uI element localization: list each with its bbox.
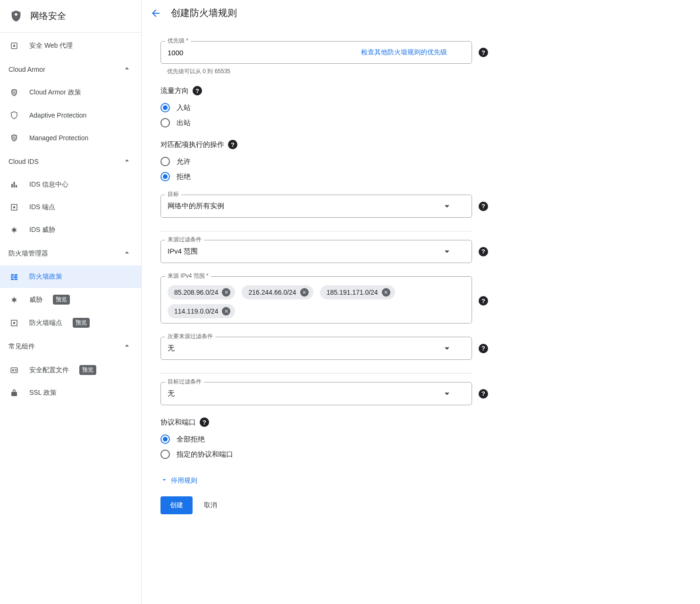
- ip-range-chip: 185.191.171.0/24✕: [320, 285, 395, 299]
- sidebar: 网络安全 安全 Web 代理 Cloud ArmorCloud Armor 政策…: [0, 0, 142, 604]
- direction-egress-radio[interactable]: 出站: [160, 115, 472, 130]
- source-filter-label: 来源过滤条件: [165, 236, 204, 244]
- secondary-filter-select[interactable]: 次要来源过滤条件 无: [160, 337, 472, 360]
- source-ranges-label: 来源 IPv4 范围 *: [165, 272, 211, 280]
- help-icon[interactable]: ?: [479, 296, 488, 306]
- group-header[interactable]: Cloud IDS: [0, 149, 141, 173]
- svg-point-6: [14, 207, 15, 208]
- help-icon[interactable]: ?: [228, 140, 237, 149]
- protocols-label: 协议和端口 ?: [160, 417, 472, 427]
- chevron-down-icon: [445, 392, 449, 395]
- action-allow-radio[interactable]: 允许: [160, 154, 472, 169]
- priority-input[interactable]: [168, 49, 357, 57]
- svg-rect-9: [15, 274, 17, 276]
- disable-rule-link[interactable]: 停用规则: [160, 476, 472, 485]
- priority-check-link[interactable]: 检查其他防火墙规则的优先级: [361, 48, 447, 57]
- svg-point-18: [12, 369, 14, 371]
- network-security-icon: [9, 9, 23, 23]
- direction-label: 流量方向 ?: [160, 86, 472, 95]
- svg-rect-12: [11, 279, 14, 280]
- sidebar-item-threats[interactable]: 威胁预览: [0, 288, 141, 311]
- chip-remove-icon[interactable]: ✕: [222, 288, 230, 297]
- chevron-down-icon: [445, 347, 449, 349]
- sidebar-item-label: 安全配置文件: [29, 366, 69, 374]
- target-select[interactable]: 目标 网络中的所有实例: [160, 195, 472, 218]
- create-button[interactable]: 创建: [160, 496, 193, 514]
- help-icon[interactable]: ?: [479, 247, 488, 256]
- chip-remove-icon[interactable]: ✕: [382, 288, 390, 297]
- chevron-down-icon: [445, 205, 449, 207]
- action-label: 对匹配项执行的操作 ?: [160, 140, 472, 149]
- page-title: 创建防火墙规则: [171, 7, 237, 19]
- radio-icon: [160, 157, 170, 166]
- ip-range-chip: 216.244.66.0/24✕: [242, 285, 313, 299]
- sidebar-item-adaptive-protection[interactable]: Adaptive Protection: [0, 104, 141, 127]
- bug-icon: [9, 225, 19, 235]
- target-field: 目标 网络中的所有实例 ?: [160, 195, 472, 218]
- svg-point-16: [14, 322, 15, 323]
- group-header[interactable]: Cloud Armor: [0, 57, 141, 81]
- sidebar-item-ids-dashboard[interactable]: IDS 信息中心: [0, 173, 141, 196]
- sidebar-item-ssl-policies[interactable]: SSL 政策: [0, 382, 141, 404]
- svg-rect-11: [14, 276, 17, 278]
- svg-point-1: [14, 45, 15, 47]
- sidebar-item-label: Cloud Armor 政策: [29, 88, 81, 97]
- source-filter-field: 来源过滤条件 IPv4 范围 ?: [160, 240, 472, 263]
- sidebar-item-label: SSL 政策: [29, 389, 57, 397]
- back-arrow-icon[interactable]: [150, 8, 161, 19]
- button-row: 创建 取消: [160, 496, 472, 514]
- sidebar-item-managed-protection[interactable]: Managed Protection: [0, 127, 141, 149]
- svg-rect-3: [14, 182, 15, 187]
- help-icon[interactable]: ?: [200, 417, 209, 427]
- protocols-deny-all-radio[interactable]: 全部拒绝: [160, 432, 472, 447]
- sidebar-item-ids-threats[interactable]: IDS 威胁: [0, 219, 141, 241]
- preview-badge: 预览: [53, 295, 70, 305]
- source-filter-select[interactable]: 来源过滤条件 IPv4 范围: [160, 240, 472, 263]
- source-filter-value: IPv4 范围: [168, 247, 198, 256]
- secondary-filter-value: 无: [168, 344, 175, 353]
- sidebar-item-firewall-policies[interactable]: 防火墙政策: [0, 265, 141, 288]
- square-dot-icon: [9, 203, 19, 212]
- group-header[interactable]: 防火墙管理器: [0, 241, 141, 265]
- radio-icon: [160, 434, 170, 444]
- svg-rect-8: [11, 274, 14, 276]
- action-deny-radio[interactable]: 拒绝: [160, 169, 472, 184]
- protocols-specified-radio[interactable]: 指定的协议和端口: [160, 447, 472, 462]
- chevron-up-icon: [122, 64, 132, 75]
- form: 优先级 * 检查其他防火墙规则的优先级 ? 优先级可以从 0 到 65535 流…: [146, 28, 486, 533]
- chevron-down-icon: [445, 250, 449, 253]
- direction-ingress-radio[interactable]: 入站: [160, 100, 472, 115]
- dest-filter-select[interactable]: 目标过滤条件 无: [160, 382, 472, 405]
- ip-range-chip: 114.119.0.0/24✕: [168, 304, 235, 318]
- group-header[interactable]: 常见组件: [0, 334, 141, 358]
- help-icon[interactable]: ?: [479, 389, 488, 399]
- group-title: 常见组件: [8, 342, 35, 351]
- lock-icon: [9, 388, 19, 398]
- sidebar-item-security-profiles[interactable]: 安全配置文件预览: [0, 358, 141, 382]
- help-icon[interactable]: ?: [479, 344, 488, 353]
- source-ranges-field: 来源 IPv4 范围 * 85.208.96.0/24✕216.244.66.0…: [160, 276, 472, 323]
- secondary-filter-field: 次要来源过滤条件 无 ?: [160, 337, 472, 360]
- chevron-up-icon: [122, 156, 132, 167]
- sidebar-item-secure-web-proxy[interactable]: 安全 Web 代理: [0, 34, 141, 57]
- cancel-button[interactable]: 取消: [204, 501, 217, 510]
- sidebar-item-label: 防火墙端点: [29, 319, 62, 327]
- sidebar-item-label: IDS 信息中心: [29, 180, 68, 189]
- help-icon[interactable]: ?: [479, 48, 488, 57]
- ip-range-chip: 85.208.96.0/24✕: [168, 285, 235, 299]
- sidebar-item-ids-endpoints[interactable]: IDS 端点: [0, 196, 141, 219]
- help-icon[interactable]: ?: [193, 86, 202, 95]
- help-icon[interactable]: ?: [479, 202, 488, 211]
- sidebar-item-cloud-armor-policies[interactable]: Cloud Armor 政策: [0, 81, 141, 104]
- sidebar-item-label: IDS 端点: [29, 203, 55, 212]
- svg-point-14: [12, 298, 16, 302]
- chip-remove-icon[interactable]: ✕: [300, 288, 309, 297]
- chip-remove-icon[interactable]: ✕: [222, 307, 230, 315]
- source-ranges-input-box[interactable]: 来源 IPv4 范围 * 85.208.96.0/24✕216.244.66.0…: [160, 276, 472, 323]
- bug-icon: [9, 295, 19, 305]
- secondary-filter-label: 次要来源过滤条件: [165, 332, 215, 340]
- priority-label: 优先级 *: [165, 37, 191, 45]
- main-content: 创建防火墙规则 优先级 * 检查其他防火墙规则的优先级 ? 优先级可以从 0 到…: [142, 0, 700, 604]
- sidebar-item-firewall-endpoints[interactable]: 防火墙端点预览: [0, 311, 141, 334]
- priority-field: 优先级 * 检查其他防火墙规则的优先级 ?: [160, 41, 472, 64]
